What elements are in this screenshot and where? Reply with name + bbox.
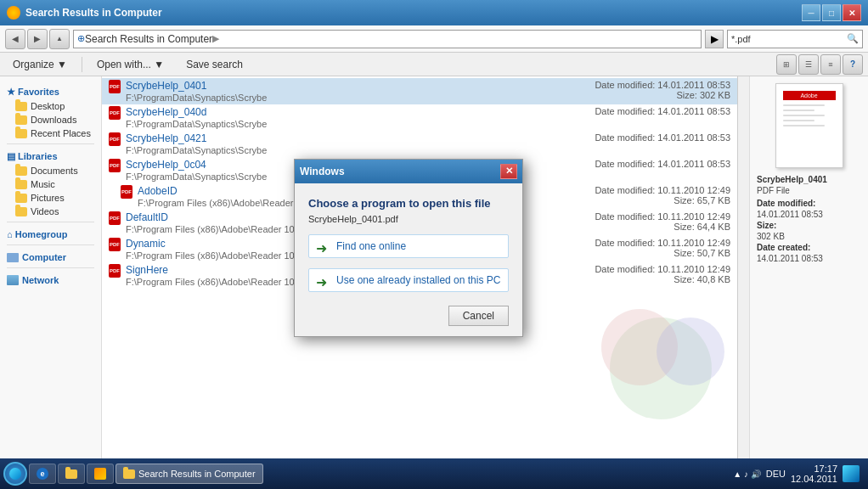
taskbar-folder-icon (65, 469, 77, 479)
find-online-arrow-icon: ➜ (316, 240, 328, 252)
view-icons: ⊞ ☰ ≡ ? (776, 54, 863, 75)
window-frame: Search Results in Computer ─ □ ✕ ◀ ▶ ▲ ⊕… (0, 0, 868, 489)
use-installed-arrow-icon: ➜ (316, 274, 328, 286)
open-with-dialog: Windows ✕ Choose a program to open this … (294, 159, 523, 338)
search-placeholder: *.pdf (731, 34, 751, 44)
use-installed-option[interactable]: ➜ Use one already installed on this PC (308, 268, 509, 292)
dialog-title: Windows (300, 166, 345, 177)
back-button[interactable]: ◀ (5, 29, 25, 49)
view-icon-details[interactable]: ≡ (820, 54, 841, 75)
dialog-footer: Cancel (295, 306, 522, 336)
use-installed-label: Use one already installed on this PC (336, 274, 500, 286)
title-bar: Search Results in Computer ─ □ ✕ (0, 0, 868, 25)
window-icon (7, 6, 20, 20)
address-bar: ◀ ▶ ▲ ⊕ Search Results in Computer ▶ ▶ *… (0, 25, 868, 53)
close-button[interactable]: ✕ (843, 4, 861, 21)
dialog-close-button[interactable]: ✕ (500, 164, 517, 179)
save-search-button[interactable]: Save search (178, 55, 251, 74)
address-field[interactable]: ⊕ Search Results in Computer ▶ (73, 30, 702, 48)
view-icon-grid[interactable]: ⊞ (776, 54, 797, 75)
dialog-title-bar: Windows ✕ (295, 160, 522, 183)
organize-button[interactable]: Organize ▼ (5, 55, 75, 74)
clock-date: 12.04.2011 (791, 474, 837, 484)
toolbar: Organize ▼ Open with... ▼ Save search ⊞ … (0, 53, 868, 76)
dialog-overlay: Windows ✕ Choose a program to open this … (0, 76, 868, 470)
go-button[interactable]: ▶ (705, 30, 724, 48)
taskbar-active-icon (123, 469, 135, 479)
title-bar-controls: ─ □ ✕ (802, 4, 861, 21)
cancel-button[interactable]: Cancel (448, 306, 509, 326)
nav-buttons: ◀ ▶ ▲ (5, 29, 70, 49)
main-content: ★ Favorites Desktop Downloads Recent Pla… (0, 76, 868, 470)
open-with-button[interactable]: Open with... ▼ (89, 55, 172, 74)
title-bar-left: Search Results in Computer (7, 6, 802, 20)
maximize-button[interactable]: □ (822, 4, 841, 21)
tray-icons: ▲ ♪ 🔊 (733, 469, 760, 479)
window-title: Search Results in Computer (25, 7, 162, 19)
dialog-body: Choose a program to open this file Scryb… (295, 183, 522, 306)
up-button[interactable]: ▲ (49, 29, 70, 49)
address-text: Search Results in Computer (85, 33, 212, 45)
search-bar[interactable]: *.pdf 🔍 (727, 30, 863, 48)
minimize-button[interactable]: ─ (802, 4, 820, 21)
find-online-option[interactable]: ➜ Find one online (308, 234, 509, 258)
dialog-heading: Choose a program to open this file (308, 197, 509, 211)
dialog-filename: ScrybeHelp_0401.pdf (308, 214, 509, 224)
find-online-label: Find one online (336, 240, 406, 252)
view-icon-list[interactable]: ☰ (798, 54, 819, 75)
search-icon: 🔍 (847, 33, 859, 44)
help-button[interactable]: ? (843, 54, 863, 75)
breadcrumb-icon: ⊕ (77, 33, 85, 44)
toolbar-separator-1 (82, 57, 82, 72)
forward-button[interactable]: ▶ (27, 29, 48, 49)
